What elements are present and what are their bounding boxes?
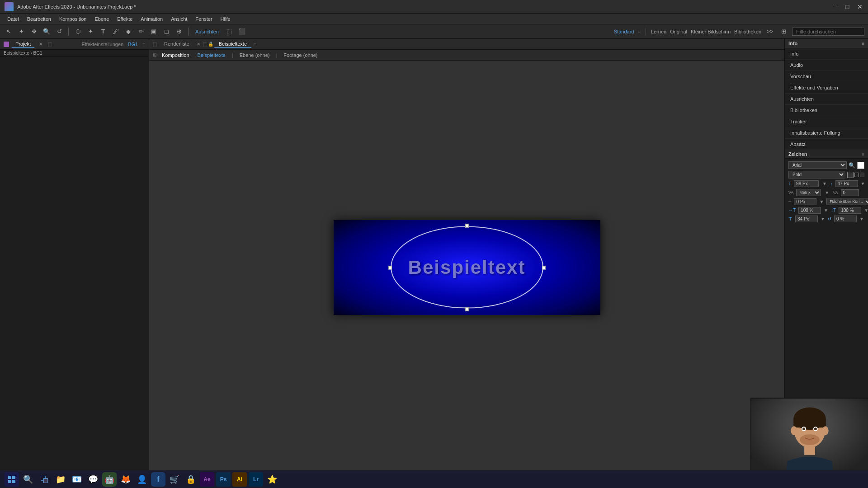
handle-top[interactable] xyxy=(465,224,469,228)
pb-beispieltexte[interactable]: Beispieltexte xyxy=(195,52,228,59)
workspace-bibliotheken[interactable]: Bibliotheken xyxy=(734,29,761,34)
taskbar-search[interactable]: 🔍 xyxy=(21,472,35,487)
panel-item-info[interactable]: Info xyxy=(785,48,868,60)
panel-menu-btn[interactable]: ≡ xyxy=(142,42,145,47)
panel-item-ausrichten[interactable]: Ausrichten xyxy=(785,94,868,105)
tab-projekt[interactable]: Projekt xyxy=(12,40,34,48)
scale-h-dropdown[interactable]: ▼ xyxy=(824,208,828,213)
taskbar-start[interactable] xyxy=(5,472,19,487)
char-dropdown1[interactable]: ▼ xyxy=(822,181,827,186)
taskbar-taskview[interactable] xyxy=(37,472,52,487)
kerning-select[interactable]: Metrik xyxy=(796,189,821,196)
tool-eraser[interactable]: ◻ xyxy=(161,27,171,37)
taskbar-extra[interactable]: ⭐ xyxy=(265,472,279,487)
tool-move[interactable]: ✥ xyxy=(29,27,39,37)
handle-left[interactable] xyxy=(388,266,392,269)
tool-rotate[interactable]: ↺ xyxy=(54,27,64,37)
menu-effekte[interactable]: Effekte xyxy=(113,15,136,23)
pb-komposition[interactable]: Komposition xyxy=(159,52,192,59)
zeichen-menu[interactable]: ≡ xyxy=(862,152,864,157)
menu-komposition[interactable]: Komposition xyxy=(56,15,90,23)
tool-stamp[interactable]: ▣ xyxy=(149,27,159,37)
stroke-width-input[interactable] xyxy=(794,198,816,205)
handle-right[interactable] xyxy=(542,266,546,269)
tool-select[interactable]: ↖ xyxy=(4,27,14,37)
tracking-input[interactable] xyxy=(841,189,859,196)
align-btn-1[interactable]: ⬚ xyxy=(224,27,234,37)
panel-item-effekte[interactable]: Effekte und Vorgaben xyxy=(785,82,868,94)
workspace-original[interactable]: Original xyxy=(670,29,687,34)
height-input[interactable] xyxy=(835,180,858,187)
taskbar-lr[interactable]: Lr xyxy=(249,472,263,487)
stroke-dropdown[interactable]: ▼ xyxy=(819,199,824,204)
maximize-button[interactable]: □ xyxy=(844,3,851,10)
rotate-input[interactable] xyxy=(834,216,857,222)
close-button[interactable]: ✕ xyxy=(856,3,863,10)
panel-item-inhalt[interactable]: Inhaltsbasierte Füllung xyxy=(785,127,868,139)
taskbar-mail[interactable]: 📧 xyxy=(70,472,84,487)
menu-datei[interactable]: Datei xyxy=(4,15,23,23)
pb-footage[interactable]: Footage (ohne) xyxy=(281,52,320,59)
minimize-button[interactable]: ─ xyxy=(831,3,838,10)
workspace-kleiner[interactable]: Kleiner Bildschirm xyxy=(691,29,731,34)
tool-light[interactable]: ✦ xyxy=(85,27,95,37)
scale-h-input[interactable] xyxy=(798,207,821,214)
panel-item-absatz[interactable]: Absatz xyxy=(785,139,868,150)
help-search[interactable] xyxy=(792,28,864,36)
panel-item-tracker[interactable]: Tracker xyxy=(785,116,868,127)
taskbar-firefox[interactable]: 🦊 xyxy=(118,472,133,487)
taskbar-facebook[interactable]: f xyxy=(151,472,165,487)
menu-ebene[interactable]: Ebene xyxy=(91,15,113,23)
tool-fill[interactable]: ◆ xyxy=(123,27,133,37)
toolbar-icon-btn[interactable]: ⊞ xyxy=(778,27,788,37)
pb-ebene[interactable]: Ebene (ohne) xyxy=(237,52,273,59)
stroke-type-select[interactable]: Fläche über Kon... xyxy=(826,198,868,205)
taskbar-person[interactable]: 👤 xyxy=(135,472,149,487)
workspace-standard[interactable]: Standard xyxy=(614,29,634,34)
baseline-dropdown[interactable]: ▼ xyxy=(821,216,825,221)
tool-brush[interactable]: ✏ xyxy=(136,27,146,37)
workspace-menu-btn[interactable]: ≡ xyxy=(637,29,640,34)
menu-animation[interactable]: Animation xyxy=(137,15,166,23)
panel-item-vorschau[interactable]: Vorschau xyxy=(785,71,868,82)
tool-pen[interactable]: 🖊 xyxy=(111,27,121,37)
workspace-lernen[interactable]: Lernen xyxy=(651,29,666,34)
taskbar-shopping[interactable]: 🛒 xyxy=(167,472,182,487)
tab-beispieltexte[interactable]: Beispieltexte xyxy=(214,40,251,48)
scale-v-dropdown[interactable]: ▼ xyxy=(864,208,868,213)
menu-hilfe[interactable]: Hilfe xyxy=(217,15,234,23)
font-style-select[interactable]: Bold xyxy=(788,171,845,178)
align-label[interactable]: Ausrichten xyxy=(193,28,222,35)
menu-ansicht[interactable]: Ansicht xyxy=(167,15,191,23)
align-btn-2[interactable]: ⬛ xyxy=(237,27,247,37)
panel-item-audio[interactable]: Audio xyxy=(785,60,868,71)
taskbar-chat[interactable]: 💬 xyxy=(86,472,100,487)
tool-text[interactable]: T xyxy=(98,27,108,37)
font-size-input[interactable] xyxy=(794,180,819,187)
taskbar-robot[interactable]: 🤖 xyxy=(102,472,117,487)
taskbar-ps[interactable]: Ps xyxy=(216,472,231,487)
effekteinstellungen-tab[interactable]: Effekteinstellungen xyxy=(81,42,123,47)
scale-v-input[interactable] xyxy=(839,207,861,214)
right-panel-menu[interactable]: ≡ xyxy=(862,41,864,46)
char-dropdown2[interactable]: ▼ xyxy=(861,181,865,186)
stroke-color[interactable] xyxy=(847,172,854,178)
menu-fenster[interactable]: Fenster xyxy=(192,15,216,23)
tool-anchor[interactable]: ✦ xyxy=(16,27,26,37)
font-family-select[interactable]: Arial xyxy=(788,161,847,169)
tab-renderliste[interactable]: Renderliste xyxy=(160,40,194,48)
workspace-more[interactable]: >> xyxy=(765,27,775,37)
rotate-dropdown[interactable]: ▼ xyxy=(859,216,864,221)
tool-puppet[interactable]: ⊕ xyxy=(174,27,184,37)
comp-tab-menu[interactable]: ≡ xyxy=(254,42,257,47)
taskbar-ai[interactable]: Ai xyxy=(232,472,247,487)
handle-bottom[interactable] xyxy=(465,308,469,311)
taskbar-explorer[interactable]: 📁 xyxy=(53,472,68,487)
font-search-btn[interactable]: 🔍 xyxy=(849,162,855,169)
tool-zoom[interactable]: 🔍 xyxy=(42,27,52,37)
taskbar-ae[interactable]: Ae xyxy=(200,472,214,487)
text-color-white[interactable] xyxy=(857,162,864,169)
baseline-input[interactable] xyxy=(795,216,818,222)
taskbar-security[interactable]: 🔒 xyxy=(184,472,198,487)
panel-item-bibliotheken[interactable]: Bibliotheken xyxy=(785,105,868,116)
